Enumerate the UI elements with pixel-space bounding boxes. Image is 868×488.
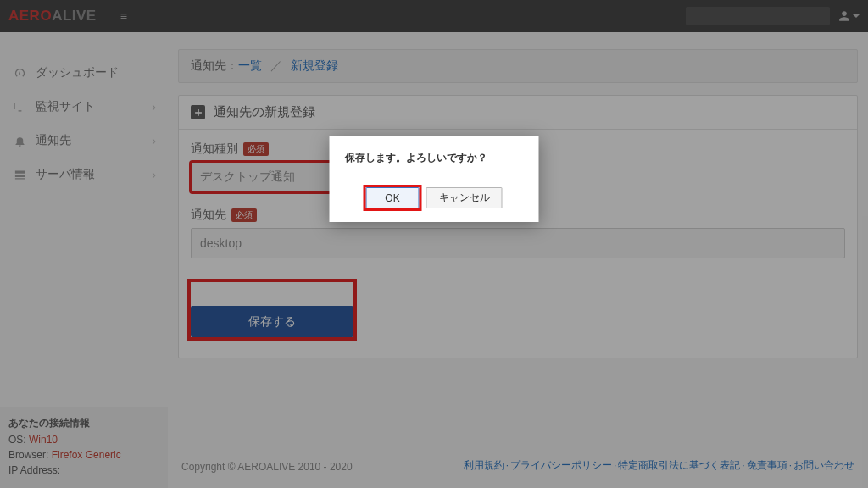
cancel-button[interactable]: キャンセル (426, 187, 503, 208)
modal-overlay (0, 0, 868, 488)
ok-button[interactable]: OK (365, 187, 419, 208)
confirm-dialog: 保存します。よろしいですか？ OK キャンセル (330, 136, 539, 222)
dialog-message: 保存します。よろしいですか？ (345, 151, 524, 165)
